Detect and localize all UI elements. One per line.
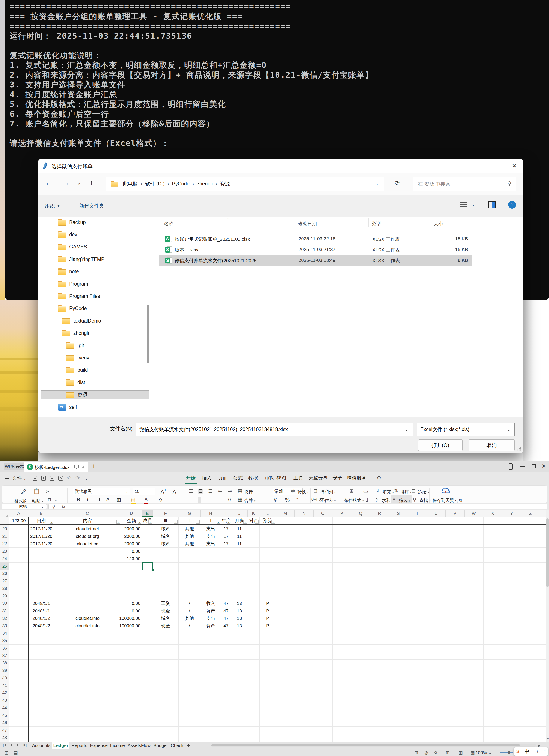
fill-color-icon[interactable]: ▧	[131, 497, 136, 503]
sheet-first-icon[interactable]: |◀	[3, 743, 6, 747]
organize-button[interactable]: 组织▼	[45, 203, 60, 209]
menu-tab-插入[interactable]: 插入	[202, 475, 212, 481]
cell-F31[interactable]: 现金	[153, 607, 179, 615]
freeze-icon[interactable]: ⊡	[411, 488, 415, 494]
row-header-46[interactable]: 46	[0, 719, 9, 727]
indent-inc-icon[interactable]: ⇥	[228, 489, 232, 494]
cell-J31[interactable]: 13	[231, 607, 248, 615]
column-header-A[interactable]: A	[9, 510, 28, 517]
back-icon[interactable]: ←	[45, 179, 52, 187]
rowcol-icon[interactable]: ⊟	[313, 488, 317, 494]
sidebar-item-Backup[interactable]: Backup	[58, 217, 86, 228]
zoom-slider-handle[interactable]	[508, 751, 510, 754]
row-header-45[interactable]: 45	[0, 712, 9, 719]
preview-pane-icon[interactable]	[488, 201, 496, 208]
column-header-I[interactable]: I	[221, 510, 231, 517]
file-menu[interactable]: 文件 ⌄	[12, 475, 26, 481]
sheet-next-icon[interactable]: ▶	[17, 743, 19, 747]
row-header-35[interactable]: 35	[0, 637, 9, 644]
row-header-48[interactable]: 48	[0, 734, 9, 741]
cell-I20[interactable]: 17	[221, 525, 231, 533]
breadcrumb-item[interactable]: PyCode	[172, 181, 190, 187]
undo-icon[interactable]: ↶	[67, 475, 71, 481]
fx-input[interactable]: ⚲ fx	[48, 504, 547, 509]
cell-D20[interactable]: 2000.00	[121, 525, 142, 533]
file-row[interactable]: S微信支付账单流水文件(20251021-2025...2025-11-03 1…	[159, 255, 472, 266]
sheet-tab-Income[interactable]: Income	[109, 742, 126, 749]
sort-label[interactable]: 排序 ▾	[400, 489, 411, 495]
row-header-43[interactable]: 43	[0, 697, 9, 704]
sidebar-item-dev[interactable]: dev	[58, 229, 77, 240]
selected-cell[interactable]	[142, 562, 153, 570]
format-painter-icon[interactable]: 🖌	[21, 489, 26, 495]
worksheet-label[interactable]: 工作表 ▾	[320, 498, 335, 503]
file-row[interactable]: S按账户复式记账账单_20251103.xlsx2025-11-03 22:16…	[159, 233, 472, 245]
column-header-F[interactable]: F	[153, 510, 179, 517]
filetype-select[interactable]: Excel文件 (*.xlsx;*.xls) ⌄	[417, 423, 515, 436]
decrease-font-icon[interactable]: A−	[173, 488, 179, 495]
copy-icon[interactable]: ⧉	[48, 497, 51, 503]
new-folder-button[interactable]: 新建文件夹	[79, 203, 104, 209]
filter-label[interactable]: 筛选 ▾	[399, 498, 410, 503]
cell-J33[interactable]: 13	[231, 622, 248, 630]
convert-icon[interactable]: ⇄	[291, 488, 295, 494]
column-header-B[interactable]: B	[28, 510, 54, 517]
row-header-36[interactable]: 36	[0, 644, 9, 652]
wrap-icon[interactable]: ▤	[238, 488, 242, 494]
print-icon[interactable]	[50, 476, 55, 481]
cut-icon[interactable]: ✄	[46, 489, 50, 495]
paste-icon[interactable]: 📋	[33, 488, 40, 494]
convert-label[interactable]: 转换 ▾	[297, 489, 308, 495]
mobile-view-icon[interactable]	[509, 463, 513, 470]
borders-icon[interactable]: ⊞	[117, 497, 121, 503]
open-button[interactable]: 打开(O)	[418, 439, 463, 451]
filter-icon[interactable]: ▾	[255, 520, 259, 524]
status-list-icon[interactable]: ▤	[14, 750, 18, 755]
list-column-header[interactable]: 大小	[434, 221, 443, 227]
sidebar-item-资源[interactable]: 资源	[66, 389, 87, 400]
cell-I30[interactable]: 47	[221, 600, 231, 607]
column-header-J[interactable]: J	[231, 510, 248, 517]
align-middle-icon[interactable]: ☰	[198, 489, 203, 494]
row-header-42[interactable]: 42	[0, 689, 9, 697]
sidebar-item-PyCode[interactable]: PyCode	[58, 303, 87, 314]
row-header-40[interactable]: 40	[0, 674, 9, 682]
sum-icon[interactable]: ∑	[375, 497, 379, 502]
row-header-28[interactable]: 28	[0, 585, 9, 592]
breadcrumb-item[interactable]: 资源	[220, 180, 230, 187]
menu-tab-数据[interactable]: 数据	[248, 475, 258, 481]
cell-B20[interactable]: 2017/11/20	[28, 525, 54, 533]
ribbon-search-icon[interactable]: ⚲	[377, 475, 381, 482]
cell-H20[interactable]: 支出	[201, 525, 221, 533]
sheet-tab-Check[interactable]: Check	[170, 742, 185, 749]
cell-H32[interactable]: 支出	[201, 615, 221, 622]
breadcrumb-item[interactable]: 软件 (D:)	[145, 180, 165, 187]
menu-tab-公式[interactable]: 公式	[233, 475, 243, 481]
cond-format-label[interactable]: 条件格式 ▾	[344, 498, 364, 503]
fill-handle[interactable]	[152, 569, 154, 571]
filter-icon[interactable]: ▾	[117, 520, 120, 524]
cell-C1[interactable]: 内容	[54, 517, 121, 524]
view-list-icon[interactable]	[460, 202, 467, 208]
filter-icon[interactable]: ▾	[244, 520, 247, 524]
breadcrumb-item[interactable]: zhengli	[197, 181, 213, 187]
status-move-icon[interactable]: ✥	[434, 750, 438, 755]
percent-icon[interactable]: %	[285, 497, 289, 503]
format-painter-label[interactable]: 格式刷	[14, 498, 27, 504]
cell-G31[interactable]: /	[179, 607, 201, 615]
increase-font-icon[interactable]: A+	[161, 488, 167, 495]
filter-icon[interactable]: ▾	[227, 520, 230, 524]
column-header-X[interactable]: X	[483, 510, 502, 517]
column-header-H[interactable]: H	[201, 510, 221, 517]
sheet-hscrollbar[interactable]	[211, 744, 536, 747]
filter-icon[interactable]: ▾	[138, 520, 141, 524]
view-normal-icon[interactable]: ⊞	[446, 750, 449, 755]
cell-B32[interactable]: 2048/1/2	[28, 615, 54, 622]
cell-L31[interactable]: P	[260, 607, 276, 615]
qat-dropdown-icon[interactable]: ⌄	[84, 475, 88, 481]
cell-J30[interactable]: 13	[231, 600, 248, 607]
filter-icon[interactable]: ▾	[272, 520, 275, 524]
row-header-39[interactable]: 39	[0, 667, 9, 674]
row-header-31[interactable]: 31	[0, 607, 9, 615]
menu-tab-页面[interactable]: 页面	[218, 475, 228, 481]
